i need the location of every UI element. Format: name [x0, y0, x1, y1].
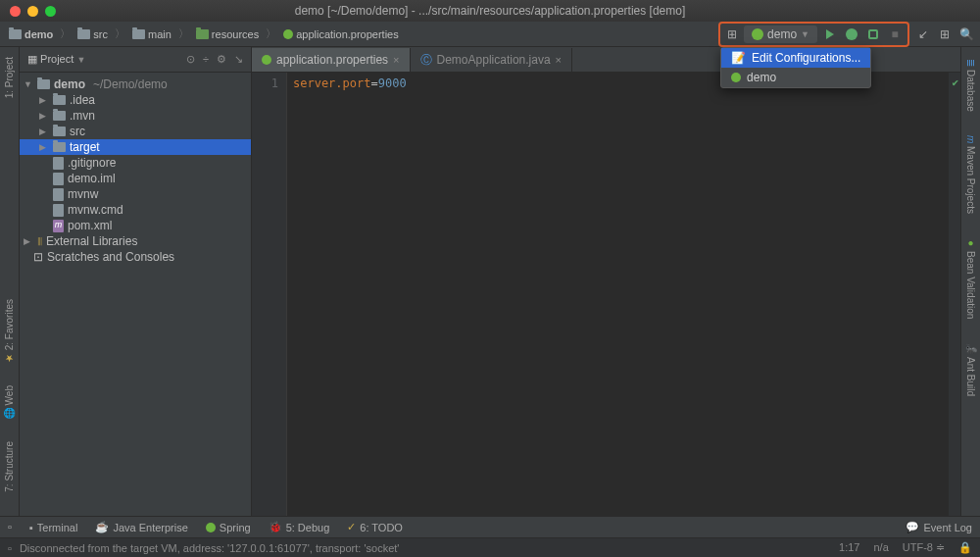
project-structure-icon[interactable]: ⊞	[937, 26, 953, 42]
inspection-ok-icon: ✔	[952, 76, 958, 89]
run-config-highlight: ⊞ demo ▼ 📝 Edit Configurations... demo	[718, 22, 909, 47]
tree-item[interactable]: ▶src	[20, 124, 251, 139]
file-encoding[interactable]: UTF-8 ≑	[903, 541, 945, 554]
build-icon[interactable]: ⊞	[724, 26, 740, 42]
ant-build-tab[interactable]: 🐜Ant Build	[963, 338, 978, 400]
hide-icon[interactable]: ↘	[234, 53, 243, 66]
close-window-button[interactable]	[10, 6, 21, 17]
lock-icon[interactable]: 🔒	[958, 541, 972, 554]
statusbar: ▫ Disconnected from the target VM, addre…	[0, 537, 980, 557]
collapse-all-icon[interactable]: ⊙	[186, 53, 195, 66]
spring-tab[interactable]: Spring	[206, 521, 251, 533]
vcs-update-icon[interactable]: ↙	[915, 26, 931, 42]
stop-button[interactable]: ■	[886, 25, 904, 43]
left-gutter: 1: Project ★2: Favorites 🌐Web 7: Structu…	[0, 47, 20, 516]
status-message: Disconnected from the target VM, address…	[20, 542, 400, 554]
window-title: demo [~/Demo/demo] - .../src/main/resour…	[0, 4, 980, 18]
library-icon: ⫴	[37, 234, 42, 248]
external-libraries[interactable]: ▶⫴ External Libraries	[20, 233, 251, 249]
run-button[interactable]	[821, 25, 839, 43]
folder-icon	[53, 142, 66, 152]
terminal-tab[interactable]: ▪ Terminal	[29, 521, 77, 533]
tab-demo-application[interactable]: Ⓒ DemoApplication.java ×	[411, 48, 573, 72]
tree-root[interactable]: ▼ demo ~/Demo/demo	[20, 76, 251, 92]
cursor-position[interactable]: 1:17	[839, 541, 859, 554]
todo-tab[interactable]: ✓6: TODO	[347, 521, 403, 533]
spring-icon	[752, 28, 763, 40]
code-editor[interactable]: 1 server.port=9000 ✔	[252, 73, 960, 516]
coverage-button[interactable]	[864, 25, 882, 43]
bc-resources[interactable]: resources	[193, 26, 262, 42]
project-tool-tab[interactable]: 1: Project	[2, 53, 17, 102]
edit-icon: 📝	[731, 51, 746, 65]
project-tree[interactable]: ▼ demo ~/Demo/demo ▶.idea▶.mvn▶src▶targe…	[20, 73, 251, 516]
bean-validation-tab[interactable]: ●Bean Validation	[963, 233, 978, 323]
run-config-demo-item[interactable]: demo	[721, 68, 870, 87]
status-icon: ▫	[8, 542, 12, 554]
tree-item[interactable]: ▶.mvn	[20, 108, 251, 124]
folder-icon	[53, 111, 66, 121]
bc-src[interactable]: src	[74, 26, 111, 42]
line-separator[interactable]: n/a	[873, 541, 888, 554]
file-icon	[53, 204, 64, 217]
database-tool-tab[interactable]: ≣Database	[963, 55, 978, 116]
bc-file[interactable]: application.properties	[280, 26, 402, 42]
tool-window-button[interactable]: ▫	[8, 521, 12, 533]
java-class-icon: Ⓒ	[420, 52, 432, 69]
titlebar: demo [~/Demo/demo] - .../src/main/resour…	[0, 0, 980, 22]
edit-configurations-item[interactable]: 📝 Edit Configurations...	[721, 48, 870, 68]
maven-icon: m	[53, 220, 64, 232]
right-gutter: ≣Database mMaven Projects ●Bean Validati…	[960, 47, 980, 516]
tree-item[interactable]: .gitignore	[20, 155, 251, 171]
sidebar-header: ▦ Project ▼ ⊙ ÷ ⚙ ↘	[20, 47, 251, 73]
expand-icon[interactable]: ÷	[203, 53, 209, 66]
structure-tool-tab[interactable]: 7: Structure	[2, 437, 17, 496]
bottom-tool-tabs: ▫ ▪ Terminal ☕Java Enterprise Spring 🐞5:…	[0, 516, 980, 537]
breadcrumb: demo 〉 src 〉 main 〉 resources 〉 applicat…	[6, 26, 402, 42]
tree-item[interactable]: mpom.xml	[20, 218, 251, 233]
java-enterprise-tab[interactable]: ☕Java Enterprise	[95, 521, 187, 533]
web-tool-tab[interactable]: 🌐Web	[2, 381, 17, 424]
settings-icon[interactable]: ⚙	[217, 53, 226, 66]
folder-icon	[53, 127, 66, 136]
minimize-window-button[interactable]	[27, 6, 38, 17]
bc-project[interactable]: demo	[6, 26, 56, 42]
navbar: demo 〉 src 〉 main 〉 resources 〉 applicat…	[0, 22, 980, 47]
folder-icon	[53, 95, 66, 105]
project-sidebar: ▦ Project ▼ ⊙ ÷ ⚙ ↘ ▼ demo ~/Demo/demo ▶…	[20, 47, 252, 516]
project-icon: ▦	[27, 53, 37, 65]
bc-main[interactable]: main	[129, 26, 174, 42]
file-icon	[53, 188, 64, 201]
file-icon	[53, 173, 64, 185]
tree-item[interactable]: ▶target	[20, 139, 251, 155]
debug-tab[interactable]: 🐞5: Debug	[269, 521, 330, 533]
event-log-tab[interactable]: 💬 Event Log	[906, 521, 972, 533]
editor-area: application.properties × Ⓒ DemoApplicati…	[252, 47, 960, 516]
tab-application-properties[interactable]: application.properties ×	[252, 48, 411, 72]
error-stripe[interactable]: ✔	[949, 73, 960, 516]
spring-icon	[731, 73, 741, 82]
favorites-tool-tab[interactable]: ★2: Favorites	[2, 295, 17, 368]
run-config-selector[interactable]: demo ▼ 📝 Edit Configurations... demo	[744, 25, 817, 43]
line-gutter: 1	[252, 73, 287, 516]
scratch-icon: ⊡	[33, 250, 43, 264]
maven-tool-tab[interactable]: mMaven Projects	[963, 131, 978, 218]
maximize-window-button[interactable]	[45, 6, 56, 17]
tree-item[interactable]: ▶.idea	[20, 92, 251, 108]
file-icon	[53, 157, 64, 170]
close-icon[interactable]: ×	[556, 54, 562, 66]
debug-button[interactable]	[843, 25, 860, 43]
close-icon[interactable]: ×	[393, 54, 399, 66]
scratches[interactable]: ⊡ Scratches and Consoles	[20, 249, 251, 265]
tree-item[interactable]: mvnw.cmd	[20, 202, 251, 218]
tree-item[interactable]: mvnw	[20, 186, 251, 202]
main: 1: Project ★2: Favorites 🌐Web 7: Structu…	[0, 47, 980, 516]
tree-item[interactable]: demo.iml	[20, 171, 251, 186]
search-icon[interactable]: 🔍	[958, 26, 974, 42]
run-config-dropdown: 📝 Edit Configurations... demo	[720, 47, 871, 88]
spring-icon	[262, 55, 271, 65]
